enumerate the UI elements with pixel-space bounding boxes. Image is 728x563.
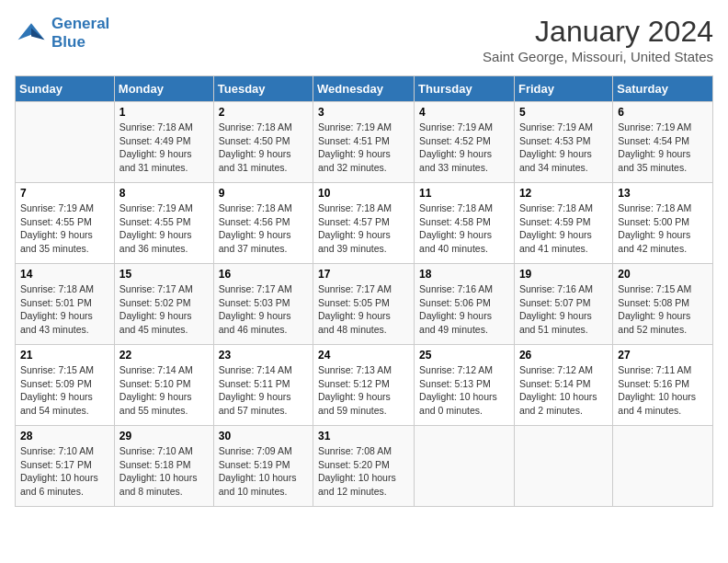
day-info: Sunrise: 7:10 AMSunset: 5:17 PMDaylight:… bbox=[20, 444, 109, 499]
calendar-cell: 29Sunrise: 7:10 AMSunset: 5:18 PMDayligh… bbox=[114, 426, 213, 507]
calendar-cell: 8Sunrise: 7:19 AMSunset: 4:55 PMDaylight… bbox=[114, 183, 213, 264]
day-number: 23 bbox=[219, 349, 308, 362]
day-info: Sunrise: 7:16 AMSunset: 5:07 PMDaylight:… bbox=[519, 282, 608, 337]
calendar-table: SundayMondayTuesdayWednesdayThursdayFrid… bbox=[15, 75, 713, 507]
calendar-subtitle: Saint George, Missouri, United States bbox=[483, 49, 713, 64]
calendar-title: January 2024 bbox=[483, 15, 713, 49]
calendar-cell: 2Sunrise: 7:18 AMSunset: 4:50 PMDaylight… bbox=[213, 102, 313, 183]
calendar-cell: 6Sunrise: 7:19 AMSunset: 4:54 PMDaylight… bbox=[613, 102, 713, 183]
calendar-cell: 11Sunrise: 7:18 AMSunset: 4:58 PMDayligh… bbox=[415, 183, 515, 264]
calendar-week-row: 7Sunrise: 7:19 AMSunset: 4:55 PMDaylight… bbox=[16, 183, 713, 264]
day-info: Sunrise: 7:19 AMSunset: 4:54 PMDaylight:… bbox=[618, 121, 708, 175]
calendar-week-row: 1Sunrise: 7:18 AMSunset: 4:49 PMDaylight… bbox=[16, 102, 713, 183]
calendar-cell: 17Sunrise: 7:17 AMSunset: 5:05 PMDayligh… bbox=[313, 264, 415, 345]
calendar-cell: 1Sunrise: 7:18 AMSunset: 4:49 PMDaylight… bbox=[114, 102, 213, 183]
header-day-sunday: Sunday bbox=[16, 76, 115, 102]
day-number: 30 bbox=[219, 430, 308, 442]
day-info: Sunrise: 7:18 AMSunset: 4:58 PMDaylight:… bbox=[419, 201, 509, 256]
calendar-cell: 21Sunrise: 7:15 AMSunset: 5:09 PMDayligh… bbox=[16, 345, 115, 426]
calendar-cell: 16Sunrise: 7:17 AMSunset: 5:03 PMDayligh… bbox=[213, 264, 313, 345]
calendar-cell bbox=[613, 426, 713, 507]
header-day-friday: Friday bbox=[514, 76, 612, 102]
day-number: 13 bbox=[618, 187, 708, 200]
calendar-week-row: 28Sunrise: 7:10 AMSunset: 5:17 PMDayligh… bbox=[16, 426, 713, 507]
day-info: Sunrise: 7:18 AMSunset: 5:01 PMDaylight:… bbox=[20, 282, 109, 337]
calendar-cell: 3Sunrise: 7:19 AMSunset: 4:51 PMDaylight… bbox=[313, 102, 415, 183]
day-info: Sunrise: 7:18 AMSunset: 4:59 PMDaylight:… bbox=[519, 201, 608, 256]
day-number: 26 bbox=[519, 349, 608, 362]
day-info: Sunrise: 7:19 AMSunset: 4:52 PMDaylight:… bbox=[419, 121, 509, 175]
calendar-cell: 31Sunrise: 7:08 AMSunset: 5:20 PMDayligh… bbox=[313, 426, 415, 507]
calendar-cell: 5Sunrise: 7:19 AMSunset: 4:53 PMDaylight… bbox=[514, 102, 612, 183]
day-info: Sunrise: 7:14 AMSunset: 5:11 PMDaylight:… bbox=[219, 363, 308, 418]
day-number: 14 bbox=[20, 268, 109, 281]
day-info: Sunrise: 7:19 AMSunset: 4:55 PMDaylight:… bbox=[119, 201, 209, 256]
day-info: Sunrise: 7:18 AMSunset: 4:56 PMDaylight:… bbox=[219, 201, 308, 256]
day-info: Sunrise: 7:10 AMSunset: 5:18 PMDaylight:… bbox=[119, 444, 209, 499]
day-number: 9 bbox=[219, 187, 308, 200]
day-number: 8 bbox=[119, 187, 209, 200]
day-info: Sunrise: 7:08 AMSunset: 5:20 PMDaylight:… bbox=[318, 444, 409, 499]
calendar-cell bbox=[415, 426, 515, 507]
logo-icon bbox=[15, 17, 48, 50]
day-number: 22 bbox=[119, 349, 209, 362]
calendar-cell: 24Sunrise: 7:13 AMSunset: 5:12 PMDayligh… bbox=[313, 345, 415, 426]
day-info: Sunrise: 7:12 AMSunset: 5:14 PMDaylight:… bbox=[519, 363, 608, 418]
header: General Blue January 2024 Saint George, … bbox=[15, 15, 713, 64]
calendar-cell: 7Sunrise: 7:19 AMSunset: 4:55 PMDaylight… bbox=[16, 183, 115, 264]
day-info: Sunrise: 7:18 AMSunset: 4:49 PMDaylight:… bbox=[119, 121, 209, 175]
day-info: Sunrise: 7:15 AMSunset: 5:09 PMDaylight:… bbox=[20, 363, 109, 418]
day-info: Sunrise: 7:17 AMSunset: 5:03 PMDaylight:… bbox=[219, 282, 308, 337]
day-info: Sunrise: 7:17 AMSunset: 5:05 PMDaylight:… bbox=[318, 282, 409, 337]
day-number: 25 bbox=[419, 349, 509, 362]
calendar-cell: 26Sunrise: 7:12 AMSunset: 5:14 PMDayligh… bbox=[514, 345, 612, 426]
calendar-cell: 28Sunrise: 7:10 AMSunset: 5:17 PMDayligh… bbox=[16, 426, 115, 507]
day-info: Sunrise: 7:12 AMSunset: 5:13 PMDaylight:… bbox=[419, 363, 509, 418]
day-number: 24 bbox=[318, 349, 409, 362]
calendar-cell: 27Sunrise: 7:11 AMSunset: 5:16 PMDayligh… bbox=[613, 345, 713, 426]
day-number: 6 bbox=[618, 106, 708, 119]
calendar-cell: 18Sunrise: 7:16 AMSunset: 5:06 PMDayligh… bbox=[415, 264, 515, 345]
calendar-cell: 23Sunrise: 7:14 AMSunset: 5:11 PMDayligh… bbox=[213, 345, 313, 426]
calendar-cell: 4Sunrise: 7:19 AMSunset: 4:52 PMDaylight… bbox=[415, 102, 515, 183]
day-info: Sunrise: 7:19 AMSunset: 4:55 PMDaylight:… bbox=[20, 201, 109, 256]
day-info: Sunrise: 7:13 AMSunset: 5:12 PMDaylight:… bbox=[318, 363, 409, 418]
day-number: 27 bbox=[618, 349, 708, 362]
calendar-cell: 9Sunrise: 7:18 AMSunset: 4:56 PMDaylight… bbox=[213, 183, 313, 264]
calendar-cell: 30Sunrise: 7:09 AMSunset: 5:19 PMDayligh… bbox=[213, 426, 313, 507]
day-number: 10 bbox=[318, 187, 409, 200]
day-info: Sunrise: 7:18 AMSunset: 5:00 PMDaylight:… bbox=[618, 201, 708, 256]
svg-marker-1 bbox=[31, 29, 44, 40]
day-info: Sunrise: 7:14 AMSunset: 5:10 PMDaylight:… bbox=[119, 363, 209, 418]
header-day-wednesday: Wednesday bbox=[313, 76, 415, 102]
day-info: Sunrise: 7:17 AMSunset: 5:02 PMDaylight:… bbox=[119, 282, 209, 337]
day-number: 2 bbox=[219, 106, 308, 119]
calendar-cell: 20Sunrise: 7:15 AMSunset: 5:08 PMDayligh… bbox=[613, 264, 713, 345]
day-number: 21 bbox=[20, 349, 109, 362]
day-number: 4 bbox=[419, 106, 509, 119]
calendar-week-row: 14Sunrise: 7:18 AMSunset: 5:01 PMDayligh… bbox=[16, 264, 713, 345]
day-number: 29 bbox=[119, 430, 209, 442]
day-number: 3 bbox=[318, 106, 409, 119]
day-info: Sunrise: 7:18 AMSunset: 4:57 PMDaylight:… bbox=[318, 201, 409, 256]
calendar-cell: 10Sunrise: 7:18 AMSunset: 4:57 PMDayligh… bbox=[313, 183, 415, 264]
calendar-header-row: SundayMondayTuesdayWednesdayThursdayFrid… bbox=[16, 76, 713, 102]
calendar-cell: 19Sunrise: 7:16 AMSunset: 5:07 PMDayligh… bbox=[514, 264, 612, 345]
day-info: Sunrise: 7:19 AMSunset: 4:53 PMDaylight:… bbox=[519, 121, 608, 175]
logo: General Blue bbox=[15, 15, 109, 52]
day-number: 16 bbox=[219, 268, 308, 281]
day-number: 31 bbox=[318, 430, 409, 442]
day-number: 7 bbox=[20, 187, 109, 200]
day-number: 17 bbox=[318, 268, 409, 281]
day-info: Sunrise: 7:15 AMSunset: 5:08 PMDaylight:… bbox=[618, 282, 708, 337]
calendar-cell: 14Sunrise: 7:18 AMSunset: 5:01 PMDayligh… bbox=[16, 264, 115, 345]
day-number: 19 bbox=[519, 268, 608, 281]
calendar-cell: 13Sunrise: 7:18 AMSunset: 5:00 PMDayligh… bbox=[613, 183, 713, 264]
day-number: 12 bbox=[519, 187, 608, 200]
day-info: Sunrise: 7:16 AMSunset: 5:06 PMDaylight:… bbox=[419, 282, 509, 337]
day-number: 5 bbox=[519, 106, 608, 119]
day-number: 11 bbox=[419, 187, 509, 200]
logo-text: General Blue bbox=[51, 15, 109, 52]
day-number: 20 bbox=[618, 268, 708, 281]
header-day-monday: Monday bbox=[114, 76, 213, 102]
